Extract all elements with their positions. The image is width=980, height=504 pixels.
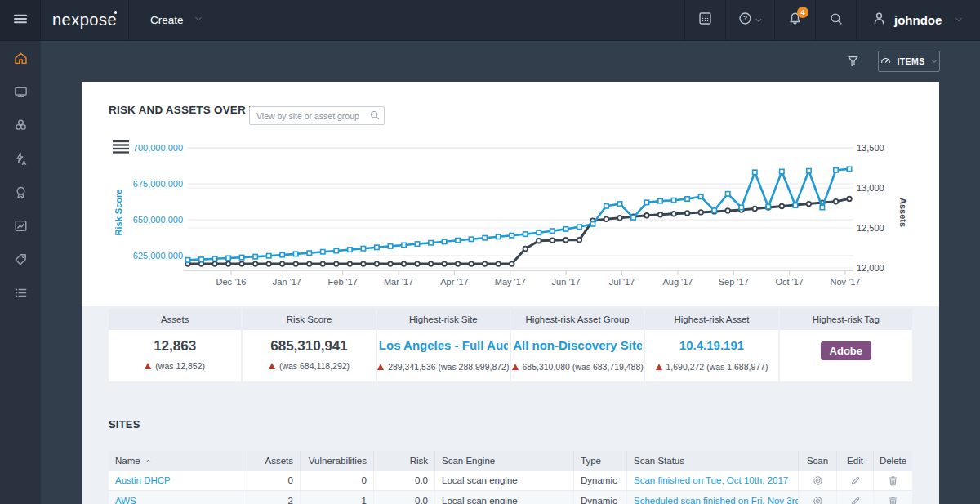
cell-delete — [874, 491, 912, 504]
x-axis-labels: Dec '16Jan '17Feb '17Mar '17Apr '17May '… — [216, 271, 861, 288]
summary-value-link[interactable]: 10.4.19.191 — [679, 338, 744, 352]
home-icon — [13, 51, 29, 66]
summary-header: Risk Score — [243, 309, 375, 330]
site-name-link[interactable]: Austin DHCP — [115, 475, 171, 485]
svg-text:Jun '17: Jun '17 — [552, 277, 581, 287]
column-header-delete[interactable]: Delete — [874, 451, 912, 471]
sidebar-item-home[interactable] — [0, 42, 41, 75]
sidebar: A — [0, 41, 41, 504]
site-name-link[interactable]: AWS — [115, 496, 136, 504]
items-label: ITEMS — [897, 56, 924, 66]
svg-text:Risk Score: Risk Score — [114, 190, 123, 236]
notifications-button[interactable]: 4 — [774, 0, 815, 40]
summary-column: Highest-risk Asset 10.4.19.1911,690,272 … — [645, 309, 777, 381]
scan-action[interactable] — [812, 495, 824, 504]
summary-column: Assets 12,863(was 12,852) — [109, 309, 241, 381]
svg-text:13,500: 13,500 — [857, 143, 884, 153]
column-header-assets[interactable]: Assets — [243, 451, 301, 471]
monitor-icon — [13, 84, 29, 100]
sidebar-item-exploits[interactable]: A — [0, 142, 41, 176]
summary-value-link[interactable]: Los Angeles - Full Audi... — [379, 338, 508, 352]
create-menu[interactable]: Create — [129, 0, 225, 40]
summary-value-link[interactable]: All non-Discovery Sites — [513, 338, 642, 352]
cell-scan — [799, 471, 837, 490]
cell-assets: 2 — [243, 491, 301, 504]
summary-body: 12,863(was 12,852) — [109, 330, 241, 381]
table-row: AWS210.0Local scan engineDynamicSchedule… — [109, 491, 912, 504]
scan-status-link[interactable]: Scan finished on Tue, Oct 10th, 2017 — [634, 475, 788, 485]
user-icon — [871, 11, 887, 26]
delete-action[interactable] — [887, 475, 899, 487]
table-header-row: NameAssetsVulnerabilitiesRiskScan Engine… — [109, 451, 912, 471]
logo[interactable]: nexpose — [41, 0, 129, 40]
username: johndoe — [894, 13, 942, 27]
svg-text:Feb '17: Feb '17 — [328, 277, 358, 287]
nav-menu-button[interactable] — [0, 0, 41, 40]
column-header-type[interactable]: Type — [574, 451, 627, 471]
sidebar-item-policies[interactable] — [0, 176, 41, 209]
delete-action[interactable] — [887, 495, 899, 504]
cell-scan_engine: Local scan engine — [435, 491, 574, 504]
scan-status-link[interactable]: Scheduled scan finished on Fri, Nov 3rd,… — [634, 496, 799, 504]
logo-text: nexpose — [52, 11, 117, 29]
summary-body: All non-Discovery Sites685,310,080 (was … — [511, 330, 644, 381]
svg-text:Sep '17: Sep '17 — [719, 277, 749, 287]
svg-text:A: A — [21, 159, 26, 167]
cell-scan_engine: Local scan engine — [435, 471, 574, 490]
column-header-scan_engine[interactable]: Scan Engine — [435, 451, 574, 471]
filter-icon[interactable] — [846, 54, 860, 71]
svg-text:12,000: 12,000 — [857, 263, 884, 273]
sidebar-item-reports[interactable] — [0, 209, 41, 243]
chart-menu-icon[interactable] — [113, 141, 129, 153]
cell-edit — [837, 491, 874, 504]
sidebar-item-vulnerabilities[interactable] — [0, 109, 41, 142]
trash-icon — [887, 475, 899, 487]
help-menu[interactable]: ? — [725, 0, 774, 40]
column-header-scan[interactable]: Scan — [799, 451, 837, 471]
chart-search-input[interactable] — [249, 106, 385, 125]
svg-text:Nov '17: Nov '17 — [831, 277, 861, 287]
svg-text:Dec '16: Dec '16 — [216, 277, 247, 287]
trend-up-icon — [269, 363, 275, 369]
column-header-name[interactable]: Name — [109, 451, 243, 471]
summary-value: 685,310,941 — [243, 338, 375, 355]
column-header-edit[interactable]: Edit — [837, 451, 874, 471]
svg-text:650,000,000: 650,000,000 — [133, 215, 183, 225]
scan-action[interactable] — [812, 475, 824, 487]
tag-badge[interactable]: Adobe — [821, 341, 871, 360]
nexpose-console: nexpose Create ? 4 johndoe A ITEMS — [0, 0, 980, 504]
summary-column: Highest-risk Tag Adobe — [780, 309, 912, 381]
chevron-down-icon — [930, 57, 938, 65]
cell-scan — [799, 491, 837, 504]
summary-column: Highest-risk Site Los Angeles - Full Aud… — [377, 309, 510, 381]
sidebar-item-administration[interactable] — [0, 276, 41, 310]
search-icon — [829, 11, 844, 26]
sidebar-item-tags[interactable] — [0, 243, 41, 276]
summary-value: 12,863 — [109, 338, 241, 355]
summary-column: Risk Score 685,310,941(was 684,118,292) — [243, 309, 375, 381]
user-menu[interactable]: johndoe — [856, 0, 980, 40]
sites-table: NameAssetsVulnerabilitiesRiskScan Engine… — [109, 451, 912, 504]
edit-action[interactable] — [849, 495, 862, 504]
cell-edit — [837, 471, 874, 490]
column-header-scan_status[interactable]: Scan Status — [627, 451, 799, 471]
column-header-vulnerabilities[interactable]: Vulnerabilities — [301, 451, 374, 471]
edit-action[interactable] — [849, 475, 862, 487]
nav-spacer — [225, 0, 684, 40]
trash-icon — [887, 495, 899, 504]
risk-assets-chart[interactable]: Dec '16Jan '17Feb '17Mar '17Apr '17May '… — [82, 127, 939, 306]
summary-change: (was 12,852) — [109, 361, 241, 371]
items-dropdown-button[interactable]: ITEMS — [878, 51, 940, 72]
summary-header: Highest-risk Site — [377, 309, 510, 330]
summary-table: Assets 12,863(was 12,852) Risk Score 685… — [109, 309, 912, 381]
svg-text:Apr '17: Apr '17 — [440, 277, 469, 287]
trend-up-icon — [512, 364, 519, 370]
search-button[interactable] — [815, 0, 856, 40]
exploit-icon: A — [13, 151, 29, 167]
svg-text:675,000,000: 675,000,000 — [133, 179, 183, 189]
svg-text:Assets: Assets — [898, 198, 908, 227]
sidebar-item-assets[interactable] — [0, 75, 41, 109]
report-chart-icon — [13, 218, 29, 234]
column-header-risk[interactable]: Risk — [374, 451, 435, 471]
calendar-grid-button[interactable] — [684, 0, 725, 40]
